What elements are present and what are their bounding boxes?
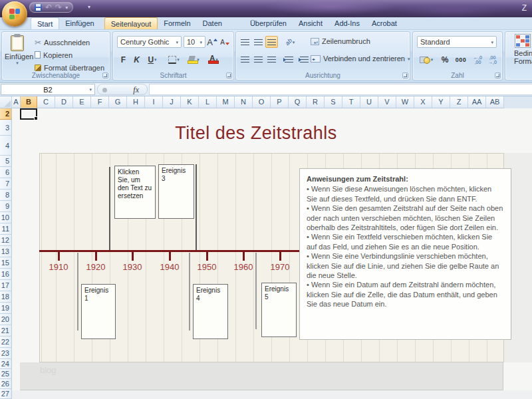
- column-header[interactable]: Y: [432, 96, 450, 108]
- bold-button[interactable]: F: [117, 53, 130, 66]
- column-header[interactable]: W: [396, 96, 414, 108]
- save-icon[interactable]: [35, 4, 42, 11]
- column-header[interactable]: M: [217, 96, 235, 108]
- row-header[interactable]: 15: [0, 257, 12, 269]
- qat-customize-icon[interactable]: ▾: [88, 4, 90, 10]
- align-center-button[interactable]: [252, 53, 265, 65]
- event-box-placeholder[interactable]: Klicken Sie, um den Text zu ersetzen: [114, 166, 156, 219]
- undo-icon[interactable]: ↶: [45, 3, 52, 12]
- row-header[interactable]: 24: [0, 359, 12, 369]
- decrease-decimal-button[interactable]: ,00 →,0: [485, 53, 499, 66]
- ribbon-tab[interactable]: Formeln: [158, 17, 196, 29]
- connector-line[interactable]: [196, 164, 197, 251]
- orientation-button[interactable]: ab▾: [281, 36, 299, 48]
- column-header[interactable]: J: [163, 96, 181, 108]
- row-header[interactable]: 7: [0, 178, 12, 190]
- column-header[interactable]: O: [253, 96, 271, 108]
- connector-line[interactable]: [189, 253, 190, 331]
- row-header[interactable]: 25: [0, 369, 12, 379]
- row-header[interactable]: 27: [0, 389, 12, 399]
- column-header[interactable]: I: [145, 96, 163, 108]
- column-header[interactable]: U: [360, 96, 378, 108]
- event-box-1[interactable]: Ereignis 1: [81, 284, 116, 339]
- align-top-button[interactable]: [239, 36, 251, 48]
- paste-button[interactable]: Einfügen ▾: [5, 35, 30, 73]
- office-button[interactable]: [2, 1, 27, 27]
- number-format-select[interactable]: Standard▾: [417, 36, 497, 48]
- worksheet[interactable]: blog Titel des Zeitstrahls 1910192019301…: [12, 108, 532, 399]
- event-box-3[interactable]: Ereignis 3: [158, 164, 194, 219]
- wrap-text-button[interactable]: Zeilenumbruch: [311, 37, 370, 45]
- row-header[interactable]: 22: [0, 336, 12, 348]
- year-label[interactable]: 1920: [81, 262, 110, 272]
- select-all-corner[interactable]: [0, 96, 12, 108]
- row-header[interactable]: 2: [0, 108, 12, 120]
- active-cell-border[interactable]: [20, 108, 37, 120]
- align-right-button[interactable]: [265, 53, 278, 65]
- row-header[interactable]: 8: [0, 190, 12, 201]
- ribbon-tab[interactable]: Start: [31, 17, 59, 29]
- row-header[interactable]: 13: [0, 246, 12, 257]
- font-size-select[interactable]: 10▾: [184, 36, 205, 48]
- column-header[interactable]: AA: [468, 96, 486, 108]
- year-label[interactable]: 1930: [118, 262, 147, 272]
- event-box-4[interactable]: Ereignis 4: [193, 284, 228, 339]
- copy-button[interactable]: Kopieren: [33, 49, 72, 61]
- column-header[interactable]: Q: [289, 96, 307, 108]
- ribbon-tab[interactable]: Seitenlayout: [104, 17, 158, 29]
- row-header[interactable]: 19: [0, 303, 12, 314]
- year-label[interactable]: 1910: [44, 262, 73, 272]
- dialog-launcher-icon[interactable]: [102, 72, 108, 78]
- year-label[interactable]: 1940: [155, 262, 184, 272]
- event-box-5[interactable]: Ereignis 5: [261, 283, 297, 337]
- grow-font-button[interactable]: A: [206, 36, 218, 48]
- ribbon-tab[interactable]: Einfügen: [59, 17, 100, 29]
- dialog-launcher-icon[interactable]: [226, 72, 232, 78]
- align-left-button[interactable]: [239, 53, 251, 65]
- decrease-indent-button[interactable]: [281, 53, 296, 65]
- underline-button[interactable]: U▾: [144, 53, 161, 66]
- borders-button[interactable]: ▾: [165, 53, 183, 66]
- insert-function-button[interactable]: fx: [97, 84, 148, 95]
- column-header[interactable]: P: [271, 96, 289, 108]
- row-header[interactable]: 6: [0, 167, 12, 178]
- shrink-font-button[interactable]: A: [219, 36, 231, 48]
- row-header[interactable]: 20: [0, 314, 12, 325]
- ribbon-tab[interactable]: Überprüfen: [244, 17, 293, 29]
- conditional-formatting-button[interactable]: Bedingte Formatierung: [505, 34, 532, 65]
- column-header[interactable]: AB: [486, 96, 504, 108]
- thousands-button[interactable]: 000: [453, 53, 469, 66]
- column-header[interactable]: L: [199, 96, 217, 108]
- year-label[interactable]: 1970: [265, 262, 295, 272]
- column-header[interactable]: S: [325, 96, 342, 108]
- column-header[interactable]: K: [181, 96, 199, 108]
- column-header[interactable]: Z: [450, 96, 468, 108]
- italic-button[interactable]: K: [130, 53, 143, 66]
- font-family-select[interactable]: Century Gothic▾: [117, 36, 182, 48]
- currency-button[interactable]: ▾: [417, 53, 436, 66]
- font-color-button[interactable]: A▾: [205, 53, 223, 66]
- timeline-line[interactable]: [39, 250, 304, 252]
- row-header[interactable]: 16: [0, 269, 12, 280]
- row-header[interactable]: 9: [0, 201, 12, 212]
- timeline-title[interactable]: Titel des Zeitstrahls: [143, 123, 369, 144]
- column-header[interactable]: C: [37, 96, 55, 108]
- year-label[interactable]: 1950: [192, 262, 221, 272]
- column-header[interactable]: N: [235, 96, 253, 108]
- cut-button[interactable]: ✂ Ausschneiden: [33, 36, 90, 49]
- column-header[interactable]: E: [73, 96, 91, 108]
- percent-button[interactable]: %: [438, 53, 452, 66]
- chevron-down-icon[interactable]: ▾: [65, 5, 68, 11]
- row-header[interactable]: 26: [0, 379, 12, 389]
- row-header[interactable]: 17: [0, 280, 12, 291]
- column-header[interactable]: R: [307, 96, 325, 108]
- year-label[interactable]: 1960: [229, 262, 258, 272]
- row-header[interactable]: 11: [0, 223, 12, 235]
- redo-icon[interactable]: ↷: [55, 3, 62, 12]
- formula-input[interactable]: [149, 84, 532, 95]
- column-header[interactable]: T: [342, 96, 360, 108]
- column-header[interactable]: F: [91, 96, 109, 108]
- row-header[interactable]: 10: [0, 212, 12, 223]
- name-box[interactable]: B2 ▾: [1, 84, 95, 95]
- align-bottom-button[interactable]: [265, 36, 278, 48]
